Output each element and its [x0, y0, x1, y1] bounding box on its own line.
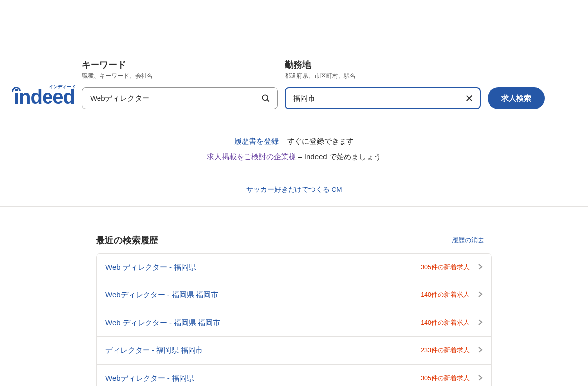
- chevron-right-icon: [478, 374, 483, 383]
- recent-section: 最近の検索履歴 履歴の消去 Web ディレクター - 福岡県 305件の新着求人…: [96, 207, 492, 386]
- clear-history-link[interactable]: 履歴の消去: [452, 236, 484, 245]
- recent-query: Web ディレクター - 福岡県 福岡市: [105, 318, 220, 328]
- svg-point-0: [262, 95, 268, 100]
- recent-item[interactable]: ディレクター - 福岡県 福岡市 233件の新着求人: [97, 337, 491, 365]
- recent-count: 140件の新着求人: [421, 319, 470, 327]
- recent-count: 140件の新着求人: [421, 291, 470, 299]
- logo-subtitle: インディード: [49, 84, 76, 90]
- recent-query: Web ディレクター - 福岡県: [105, 263, 196, 272]
- resume-upload-link[interactable]: 履歴書を登録: [234, 137, 279, 145]
- keyword-label: キーワード: [82, 59, 278, 71]
- recent-title: 最近の検索履歴: [96, 234, 158, 246]
- keyword-input[interactable]: [82, 87, 278, 109]
- chevron-right-icon: [478, 263, 483, 272]
- promo-resume-line: 履歴書を登録 – すぐに登録できます: [0, 137, 588, 146]
- location-input[interactable]: [285, 87, 481, 109]
- chevron-right-icon: [478, 319, 483, 328]
- location-input-wrap: [285, 87, 481, 109]
- location-label: 勤務地: [285, 59, 481, 71]
- promo-employer-line: 求人掲載をご検討の企業様 – Indeed で始めましょう: [0, 152, 588, 162]
- search-button[interactable]: 求人検索: [488, 87, 545, 109]
- promo-cm-line: サッカー好きだけでつくる CM: [0, 185, 588, 194]
- keyword-input-wrap: [82, 87, 278, 109]
- resume-upload-suffix: – すぐに登録できます: [279, 137, 354, 145]
- recent-item[interactable]: Webディレクター - 福岡県 305件の新着求人: [97, 365, 491, 386]
- recent-item[interactable]: Web ディレクター - 福岡県 305件の新着求人: [97, 254, 491, 281]
- search-fields: キーワード 職種、キーワード、会社名 勤務地 都道府県、市区町村、駅名: [82, 59, 545, 109]
- recent-query: ディレクター - 福岡県 福岡市: [105, 346, 203, 355]
- recent-item[interactable]: Webディレクター - 福岡県 福岡市 140件の新着求人: [97, 281, 491, 309]
- location-field-group: 勤務地 都道府県、市区町村、駅名: [285, 59, 481, 109]
- recent-item[interactable]: Web ディレクター - 福岡県 福岡市 140件の新着求人: [97, 309, 491, 337]
- cm-link[interactable]: サッカー好きだけでつくる CM: [246, 186, 342, 193]
- clear-icon[interactable]: [465, 94, 474, 103]
- recent-list: Web ディレクター - 福岡県 305件の新着求人 Webディレクター - 福…: [96, 253, 492, 386]
- employer-suffix: – Indeed で始めましょう: [296, 152, 381, 161]
- keyword-field-group: キーワード 職種、キーワード、会社名: [82, 59, 278, 109]
- search-section: indeed インディード キーワード 職種、キーワード、会社名 勤務地 都道府…: [0, 14, 588, 109]
- logo[interactable]: indeed インディード: [14, 86, 75, 109]
- recent-query: Webディレクター - 福岡県: [105, 374, 194, 383]
- promo-links: 履歴書を登録 – すぐに登録できます 求人掲載をご検討の企業様 – Indeed…: [0, 137, 588, 194]
- chevron-right-icon: [478, 346, 483, 355]
- recent-count: 233件の新着求人: [421, 346, 470, 355]
- keyword-sublabel: 職種、キーワード、会社名: [82, 72, 278, 80]
- recent-query: Webディレクター - 福岡県 福岡市: [105, 290, 218, 300]
- recent-count: 305件の新着求人: [421, 374, 470, 383]
- recent-header: 最近の検索履歴 履歴の消去: [96, 234, 492, 253]
- location-sublabel: 都道府県、市区町村、駅名: [285, 72, 481, 80]
- svg-line-1: [267, 100, 269, 102]
- chevron-right-icon: [478, 291, 483, 300]
- search-icon[interactable]: [261, 93, 271, 103]
- recent-count: 305件の新着求人: [421, 263, 470, 272]
- employer-link[interactable]: 求人掲載をご検討の企業様: [207, 152, 296, 161]
